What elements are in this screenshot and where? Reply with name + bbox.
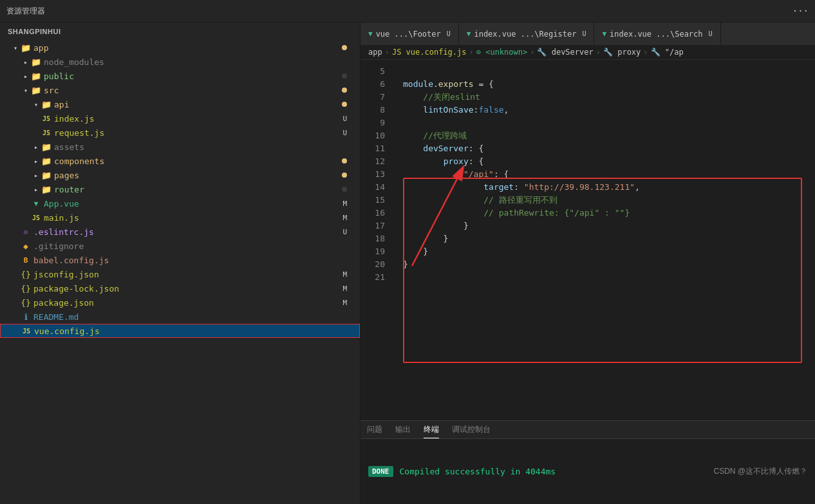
- sidebar-item-label: App.vue: [44, 199, 342, 209]
- code-line-6: module.exports = {: [403, 78, 815, 91]
- vue-icon: ▼: [368, 30, 373, 38]
- sidebar-item-label: pages: [54, 171, 342, 180]
- line-numbers: 5 6 7 8 9 10 11 12 13 14 15 16 17 18 19 …: [361, 60, 393, 420]
- breadcrumb-app: app: [368, 48, 382, 57]
- code-line-21: [403, 271, 815, 284]
- sidebar-item-label: .gitignore: [33, 241, 360, 251]
- folder-icon: 📁: [41, 156, 52, 166]
- sidebar-item-eslintrc[interactable]: ⊙ .eslintrc.js U: [0, 225, 360, 239]
- sidebar-item-api[interactable]: ▾ 📁 api: [0, 97, 360, 111]
- code-content[interactable]: module.exports = { //关闭eslint lintOnSave…: [393, 60, 815, 420]
- code-line-13: "/api": {: [403, 168, 815, 181]
- code-line-8: lintOnSave:false,: [403, 104, 815, 117]
- breadcrumb-api: 🔧 "/ap: [651, 48, 684, 57]
- folder-icon: 📁: [31, 71, 41, 81]
- sidebar-item-label: package-lock.json: [33, 284, 342, 294]
- sidebar-item-router[interactable]: ▸ 📁 router: [0, 182, 360, 196]
- folder-icon: 📁: [41, 184, 52, 194]
- sidebar-item-main-js[interactable]: JS main.js M: [0, 210, 360, 225]
- breadcrumb-unknown: ⊙ <unknown>: [476, 48, 527, 57]
- code-line-18: }: [403, 232, 815, 245]
- tab-badge: U: [582, 30, 586, 37]
- sidebar-item-label: public: [44, 71, 342, 81]
- sidebar: SHANGPINHUI ▾ 📁 app ▸ 📁 node_modules: [0, 23, 361, 504]
- code-line-12: proxy: {: [403, 155, 815, 168]
- code-line-9: [403, 117, 815, 129]
- vue-icon: ▼: [602, 30, 606, 38]
- breadcrumb-sep: ›: [385, 48, 389, 57]
- file-tree: ▾ 📁 app ▸ 📁 node_modules ▸ 📁 public: [0, 41, 360, 504]
- tab-badge: U: [709, 30, 713, 37]
- folder-icon: 📁: [41, 99, 52, 109]
- sidebar-item-pages[interactable]: ▸ 📁 pages: [0, 168, 360, 182]
- terminal-content: DONE Compiled successfully in 4044ms CSD…: [361, 439, 815, 504]
- sidebar-item-label: api: [54, 100, 342, 109]
- vue-icon: ▼: [467, 30, 471, 38]
- modified-badge: [342, 45, 347, 50]
- tab-label: vue ...\Footer: [376, 30, 441, 39]
- sidebar-item-label: components: [54, 156, 342, 166]
- tab-register[interactable]: ▼ index.vue ...\Register U: [459, 23, 595, 45]
- code-line-7: //关闭eslint: [403, 91, 815, 104]
- sidebar-item-label: app: [33, 43, 342, 53]
- eslint-file-icon: ⊙: [21, 227, 31, 237]
- sidebar-item-src[interactable]: ▾ 📁 src: [0, 83, 360, 97]
- chevron-right-icon: ▸: [31, 142, 41, 152]
- chevron-right-icon: ▸: [31, 184, 41, 194]
- json-file-icon: {}: [21, 283, 31, 294]
- modified-badge: [342, 173, 347, 178]
- tab-label: index.vue ...\Search: [610, 30, 703, 39]
- sidebar-item-node-modules[interactable]: ▸ 📁 node_modules: [0, 55, 360, 69]
- tab-debug[interactable]: 调试控制台: [452, 422, 491, 438]
- tab-problems[interactable]: 问题: [367, 422, 382, 438]
- tabs-bar: ▼ vue ...\Footer U ▼ index.vue ...\Regis…: [361, 23, 815, 45]
- sidebar-item-label: node_modules: [44, 57, 360, 67]
- tab-search[interactable]: ▼ index.vue ...\Search U: [594, 23, 720, 45]
- sidebar-item-app-vue[interactable]: ▼ App.vue M: [0, 196, 360, 210]
- sidebar-item-request-js[interactable]: JS request.js U: [0, 126, 360, 140]
- tab-footer[interactable]: ▼ vue ...\Footer U: [361, 23, 459, 45]
- sidebar-item-readme[interactable]: ℹ README.md: [0, 310, 360, 324]
- sidebar-item-vue-config[interactable]: JS vue.config.js: [0, 324, 360, 338]
- sidebar-item-label: README.md: [33, 312, 360, 322]
- modified-badge: [342, 102, 347, 107]
- modified-badge-label: M: [342, 299, 360, 307]
- sidebar-item-label: main.js: [44, 213, 342, 223]
- code-line-16: // pathRewrite: {"/api" : ""}: [403, 207, 815, 219]
- sidebar-item-label: babel.config.js: [33, 256, 360, 265]
- sidebar-item-babel[interactable]: B babel.config.js: [0, 253, 360, 267]
- chevron-right-icon: ▸: [21, 57, 31, 67]
- sidebar-item-components[interactable]: ▸ 📁 components: [0, 154, 360, 168]
- code-line-19: }: [403, 245, 815, 258]
- tab-output[interactable]: 输出: [395, 422, 411, 438]
- breadcrumb-file: JS vue.config.js: [392, 48, 467, 57]
- untracked-badge: U: [342, 115, 360, 123]
- terminal-panel: 问题 输出 终端 调试控制台 DONE Compiled successfull…: [361, 420, 815, 504]
- chevron-right-icon: ▸: [31, 170, 41, 180]
- js-file-icon: JS: [41, 113, 52, 124]
- breadcrumb-devserver: 🔧 devServer: [537, 48, 593, 57]
- modified-badge-label: M: [342, 285, 360, 293]
- code-line-10: //代理跨域: [403, 129, 815, 142]
- sidebar-root-label: SHANGPINHUI: [0, 23, 360, 41]
- breadcrumb-sep: ›: [596, 48, 601, 57]
- chevron-down-icon: ▾: [10, 42, 21, 53]
- csdn-credit: CSDN @这不比博人传燃？: [713, 466, 807, 477]
- main-layout: SHANGPINHUI ▾ 📁 app ▸ 📁 node_modules: [0, 23, 815, 504]
- tab-terminal[interactable]: 终端: [424, 422, 439, 438]
- babel-file-icon: B: [21, 255, 31, 265]
- sidebar-item-gitignore[interactable]: ◆ .gitignore: [0, 239, 360, 253]
- sidebar-item-index-js[interactable]: JS index.js U: [0, 111, 360, 126]
- sidebar-item-label: src: [44, 86, 342, 95]
- more-options[interactable]: ···: [792, 6, 809, 16]
- sidebar-item-package-lock[interactable]: {} package-lock.json M: [0, 281, 360, 295]
- sidebar-item-app[interactable]: ▾ 📁 app: [0, 41, 360, 55]
- sidebar-item-label: package.json: [33, 298, 342, 308]
- editor-area: ▼ vue ...\Footer U ▼ index.vue ...\Regis…: [361, 23, 815, 504]
- info-file-icon: ℹ: [21, 312, 31, 322]
- sidebar-item-package[interactable]: {} package.json M: [0, 295, 360, 310]
- sidebar-item-jsconfig[interactable]: {} jsconfig.json M: [0, 267, 360, 281]
- folder-icon: 📁: [31, 85, 41, 95]
- sidebar-item-assets[interactable]: ▸ 📁 assets: [0, 140, 360, 154]
- sidebar-item-public[interactable]: ▸ 📁 public: [0, 69, 360, 83]
